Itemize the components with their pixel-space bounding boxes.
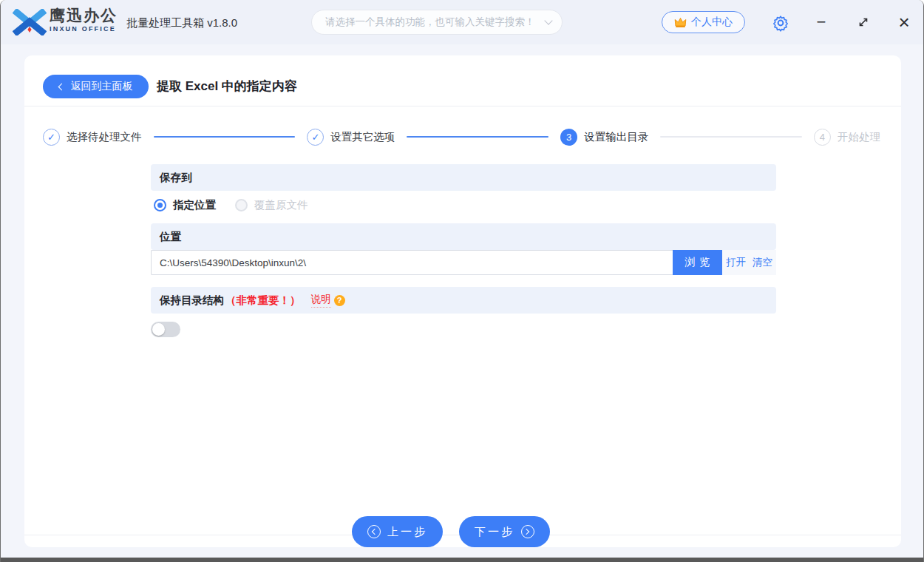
personal-center-label: 个人中心 [691,16,733,29]
main-panel: 返回到主面板 提取 Excel 中的指定内容 ✓ 选择待处理文件 ✓ 设置其它选… [24,55,901,547]
location-row: 浏览 打开 清空 [151,250,776,275]
open-folder-link[interactable]: 打开 [726,256,746,269]
step-connector [407,136,548,138]
save-to-options: 指定位置 覆盖原文件 [154,196,308,214]
back-button-label: 返回到主面板 [71,80,133,93]
step-3-output-dir: 3 设置输出目录 [560,129,648,146]
titlebar: 鹰迅办公 INXUN OFFICE 批量处理工具箱 v1.8.0 请选择一个具体… [1,0,923,44]
chevron-left-icon [58,83,65,90]
save-to-section-header: 保存到 [151,164,776,191]
previous-step-label: 上一步 [387,525,427,539]
explanation-link[interactable]: 说明 [311,293,331,308]
radio-overwrite-original-label: 覆盖原文件 [254,198,308,212]
close-button[interactable]: × [892,0,916,44]
brand-name-en: INXUN OFFICE [50,26,118,33]
question-badge-icon[interactable]: ? [334,295,345,306]
personal-center-button[interactable]: 个人中心 [662,11,745,33]
brand-name-cn: 鹰迅办公 [50,7,118,23]
settings-button[interactable] [772,14,789,32]
previous-step-button[interactable]: 上一步 [352,516,443,547]
minimize-icon: − [817,13,826,32]
window-bottom-edge [1,558,923,562]
step-indicator: ✓ 选择待处理文件 ✓ 设置其它选项 3 设置输出目录 4 开始处理 [43,128,880,146]
step-3-label: 设置输出目录 [584,130,648,144]
step-1-check-icon: ✓ [43,129,60,146]
minimize-button[interactable]: − [809,0,833,44]
circle-left-arrow-icon [367,525,381,538]
next-step-button[interactable]: 下一步 [459,516,550,547]
clear-path-link[interactable]: 清空 [753,256,772,269]
location-title: 位置 [160,230,181,244]
app-window: 鹰迅办公 INXUN OFFICE 批量处理工具箱 v1.8.0 请选择一个具体… [0,0,924,562]
page-title: 提取 Excel 中的指定内容 [157,75,297,98]
resize-icon [857,16,869,28]
brand-text: 鹰迅办公 INXUN OFFICE [50,7,118,33]
step-1-label: 选择待处理文件 [67,130,142,144]
chevron-down-icon [544,16,552,24]
app-title: 批量处理工具箱 v1.8.0 [126,0,237,44]
search-placeholder: 请选择一个具体的功能，也可输入关键字搜索！ [325,16,546,29]
close-icon: × [898,11,909,34]
step-3-number: 3 [560,129,577,146]
step-connector [154,136,296,138]
location-section-header: 位置 [151,223,776,250]
gear-icon [772,14,789,32]
keep-structure-title: 保持目录结构 [160,294,224,308]
step-2-label: 设置其它选项 [330,130,395,144]
next-step-label: 下一步 [475,525,514,539]
circle-right-arrow-icon [521,525,534,538]
back-to-dashboard-button[interactable]: 返回到主面板 [43,75,149,98]
function-search-select[interactable]: 请选择一个具体的功能，也可输入关键字搜索！ [311,10,563,35]
step-2-other-options: ✓ 设置其它选项 [307,129,395,146]
radio-specified-location[interactable] [154,199,166,211]
keep-structure-section-header: 保持目录结构 （非常重要！） 说明 ? [151,287,776,314]
title-divider [24,106,901,106]
step-1-select-files: ✓ 选择待处理文件 [43,129,142,146]
step-4-number: 4 [814,129,831,146]
toggle-knob [152,323,165,336]
step-4-start: 4 开始处理 [814,129,880,146]
output-path-input[interactable] [151,250,673,275]
restore-button[interactable] [853,0,874,44]
step-connector [660,136,802,138]
save-to-title: 保存到 [160,171,192,185]
browse-button[interactable]: 浏览 [673,250,722,275]
keep-structure-toggle[interactable] [151,322,180,337]
location-links: 打开 清空 [722,250,776,275]
radio-specified-location-label[interactable]: 指定位置 [173,198,216,212]
inxun-logo-icon [13,9,47,38]
crown-icon [674,17,687,28]
step-4-label: 开始处理 [838,130,880,144]
step-2-check-icon: ✓ [307,129,324,146]
radio-overwrite-original[interactable] [235,199,248,211]
keep-structure-important-note: （非常重要！） [225,294,301,308]
